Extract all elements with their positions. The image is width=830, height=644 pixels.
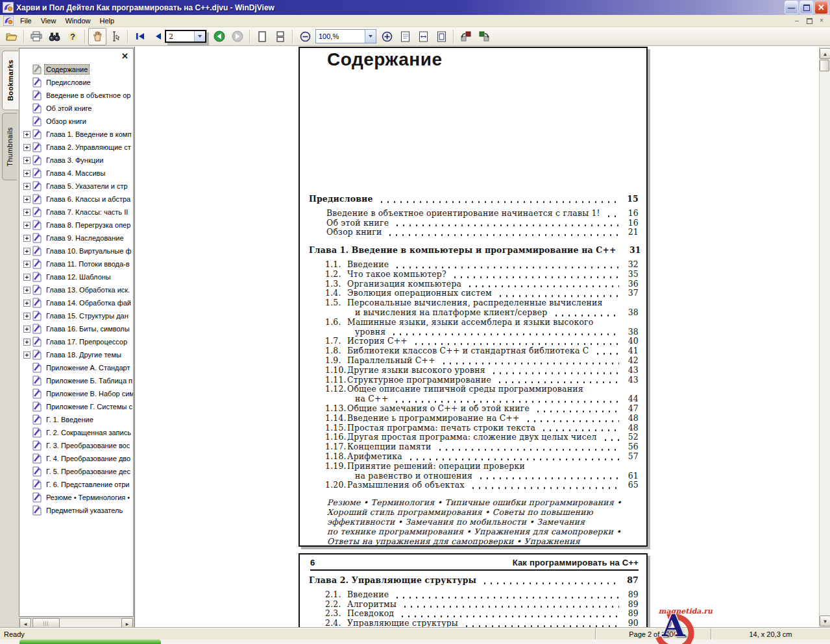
print-button[interactable] [27,28,45,45]
bookmark-item[interactable]: Глава 15. Структуры дан [22,309,133,322]
expand-plus-icon[interactable] [23,144,31,151]
bookmark-item[interactable]: Г. 3. Преобразование вос [22,439,133,452]
expand-plus-icon[interactable] [23,287,31,294]
mdi-minimize-button[interactable]: – [791,16,803,26]
bookmark-item[interactable]: Глава 9. Наследование [22,232,133,244]
menu-item[interactable]: Window [60,16,95,26]
single-page-layout-button[interactable] [253,28,271,45]
expand-plus-icon[interactable] [23,352,31,359]
zoom-out-button[interactable] [296,28,314,45]
actual-size-button[interactable] [396,28,414,45]
bookmark-item[interactable]: Глава 3. Функции [22,154,133,167]
bookmark-item[interactable]: Содержание [22,63,133,76]
expand-plus-icon[interactable] [23,339,31,346]
bookmark-item[interactable]: Глава 16. Биты, символы [22,322,133,335]
mdi-restore-button[interactable] [803,16,815,26]
bookmark-item[interactable]: Введение в объектное ор [22,89,133,102]
page-number: 6 [310,558,315,567]
zoom-in-button[interactable] [378,28,396,45]
dropdown-arrow-icon[interactable] [194,31,205,42]
page-number-combo[interactable]: 2 [165,30,206,43]
bookmark-item[interactable]: Глава 2. Управляющие ст [22,141,133,154]
bookmark-item[interactable]: Глава 11. Потоки ввода-в [22,257,133,270]
help-button[interactable]: ? [64,28,82,45]
first-page-button[interactable] [131,28,149,45]
bookmark-item[interactable]: Г. 1. Введение [22,413,133,426]
bookmark-item[interactable]: Глава 17. Препроцессор [22,335,133,348]
forward-button[interactable] [228,28,247,45]
expand-plus-icon[interactable] [23,170,31,177]
bookmark-item[interactable]: Приложение А. Стандарт [22,361,133,374]
expand-plus-icon[interactable] [23,183,31,190]
minimize-button[interactable]: — [785,1,798,14]
expand-plus-icon[interactable] [23,300,31,307]
rotate-right-button[interactable] [475,28,493,45]
dot-leader [463,625,619,627]
menu-item[interactable]: Help [95,16,119,26]
bookmark-item[interactable]: Г. 5. Преобразование дес [22,465,133,478]
expand-plus-icon[interactable] [23,274,31,281]
expand-plus-icon[interactable] [23,222,31,229]
bookmark-item[interactable]: Г. 2. Сокращенная запись [22,426,133,439]
menu-item[interactable]: View [36,16,61,26]
bookmark-item[interactable]: Глава 6. Классы и абстра [22,193,133,206]
scroll-down-icon[interactable]: ▾ [820,615,830,626]
find-button[interactable] [45,28,64,45]
toc-entry: 2.3. Псевдокод 89 [300,609,646,619]
fit-page-button[interactable] [432,28,450,45]
pan-tool-button[interactable] [88,28,106,45]
bookmark-item[interactable]: Глава 12. Шаблоны [22,270,133,283]
open-button[interactable] [3,28,21,45]
expand-plus-icon[interactable] [23,313,31,320]
bookmark-item[interactable]: Обзор книги [22,115,133,128]
tab-bookmarks[interactable]: Bookmarks [2,51,19,110]
bookmark-item[interactable]: Глава 1. Введение в комп [22,128,133,141]
bookmark-item[interactable]: Глава 13. Обработка иск. [22,283,133,296]
select-tool-button[interactable] [106,28,125,45]
close-panel-icon[interactable]: ✕ [120,51,130,61]
bookmark-item[interactable]: Об этой книге [22,102,133,115]
bookmark-item[interactable]: Резюме • Терминология • [22,491,133,504]
back-button[interactable] [210,28,228,45]
dropdown-arrow-icon[interactable] [365,30,376,43]
vertical-scrollbar[interactable]: ▴ ▾ [819,47,830,628]
rotate-left-button[interactable] [457,28,475,45]
expand-plus-icon[interactable] [23,326,31,333]
bookmark-item[interactable]: Глава 4. Массивы [22,167,133,180]
bookmark-item[interactable]: Глава 14. Обработка фай [22,296,133,309]
close-button[interactable]: ✕ [814,1,828,14]
zoom-combo[interactable]: 100,% [315,29,376,43]
bookmark-item[interactable]: Приложение Б. Таблица п [22,374,133,387]
scroll-up-icon[interactable]: ▴ [820,48,830,59]
tab-thumbnails[interactable]: Thumbnails [2,113,17,180]
expand-plus-icon[interactable] [23,248,31,255]
bookmark-item[interactable]: Приложение Г. Системы с [22,400,133,413]
bookmark-item[interactable]: Глава 18. Другие темы [22,348,133,361]
bookmark-item[interactable]: Глава 5. Указатели и стр [22,180,133,193]
expand-plus-icon[interactable] [23,209,31,216]
bookmark-item[interactable]: Г. 4. Преобразование дво [22,452,133,465]
table-of-contents: Предисловие 15 Введение в объектное орие… [300,195,646,490]
restore-button[interactable] [799,1,813,14]
expand-plus-icon[interactable] [23,196,31,203]
menu-item[interactable]: File [16,16,36,26]
expand-plus-icon[interactable] [23,157,31,164]
bookmark-item[interactable]: Г. 6. Представление отри [22,478,133,491]
fit-width-button[interactable] [414,28,432,45]
bookmark-page-icon [32,181,42,191]
mdi-close-button[interactable]: × [816,16,827,26]
bookmark-item[interactable]: Предметный указатель [22,504,133,517]
expand-plus-icon[interactable] [23,235,31,242]
start-button-edge[interactable] [19,639,161,644]
bookmark-item[interactable]: Глава 7. Классы: часть II [22,206,133,219]
bookmark-item[interactable]: Предисловие [22,76,133,89]
bookmark-item[interactable]: Приложение В. Набор сим [22,387,133,400]
dot-leader [394,596,619,599]
expand-plus-icon[interactable] [23,131,31,138]
toc-entry: 1.12. Общее описание типичной среды прог… [300,385,646,394]
continuous-layout-button[interactable] [271,28,289,45]
bookmark-item[interactable]: Глава 10. Виртуальные ф [22,244,133,257]
expand-plus-icon[interactable] [23,261,31,268]
scrollbar-thumb[interactable] [820,60,829,71]
bookmark-item[interactable]: Глава 8. Перегрузка опер [22,219,133,232]
